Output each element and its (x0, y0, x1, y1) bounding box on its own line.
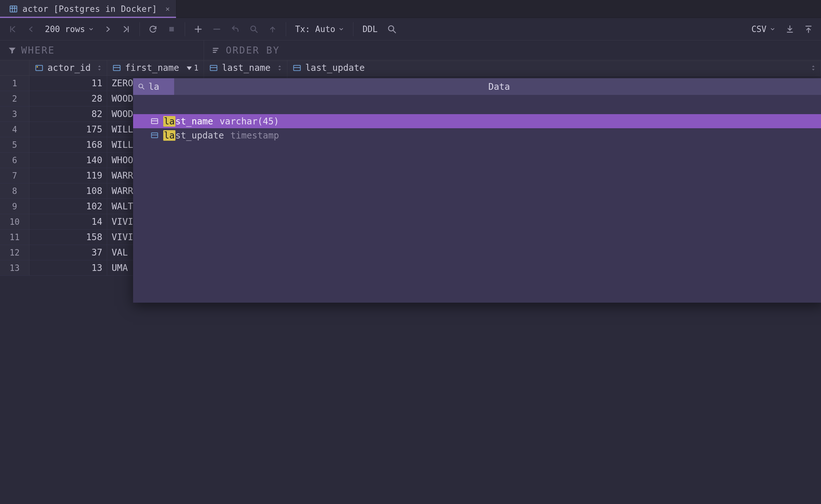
svg-rect-7 (36, 65, 43, 70)
row-number: 2 (0, 91, 30, 106)
item-type: varchar(45) (220, 116, 279, 127)
search-icon (138, 83, 145, 90)
tx-mode-dropdown[interactable]: Tx: Auto (291, 21, 349, 38)
column-label: last_name (222, 63, 271, 73)
grid-header: actor_id first_name 1 last_name last_upd… (0, 60, 821, 76)
cell-actor-id[interactable]: 168 (30, 137, 107, 152)
row-number: 7 (0, 168, 30, 183)
cell-actor-id[interactable]: 158 (30, 230, 107, 245)
column-header-last-name[interactable]: last_name (204, 60, 287, 75)
row-number: 13 (0, 260, 30, 275)
tx-label: Tx: Auto (295, 24, 335, 34)
find-button[interactable] (383, 21, 401, 38)
cell-actor-id[interactable]: 102 (30, 199, 107, 214)
item-type: timestamp (230, 130, 279, 141)
row-number: 4 (0, 122, 30, 137)
autocomplete-item[interactable]: last_updatetimestamp (133, 128, 821, 142)
filter-icon (8, 46, 17, 55)
cell-actor-id[interactable]: 11 (30, 76, 107, 91)
autocomplete-popup: Data last_namevarchar(45)last_updatetime… (133, 78, 821, 303)
first-page-button[interactable] (4, 21, 21, 38)
cell-actor-id[interactable]: 140 (30, 153, 107, 168)
tab-actor[interactable]: actor [Postgres in Docker] ✕ (0, 0, 176, 18)
filter-bar: WHERE ORDER BY (0, 40, 821, 60)
cell-actor-id[interactable]: 37 (30, 245, 107, 260)
popup-spacer (133, 95, 821, 114)
cell-actor-id[interactable]: 13 (30, 260, 107, 275)
add-row-button[interactable] (190, 21, 207, 38)
column-icon (209, 63, 218, 72)
sort-indicator[interactable] (97, 65, 102, 71)
row-number: 5 (0, 137, 30, 152)
sort-indicator[interactable] (811, 65, 816, 71)
row-number: 10 (0, 214, 30, 229)
cell-actor-id[interactable]: 119 (30, 168, 107, 183)
tab-bar: actor [Postgres in Docker] ✕ (0, 0, 821, 18)
row-number: 8 (0, 183, 30, 198)
order-label: ORDER BY (226, 45, 280, 56)
column-label: first_name (125, 63, 179, 73)
cell-actor-id[interactable]: 28 (30, 91, 107, 106)
pk-column-icon (35, 63, 44, 72)
popup-title: Data (174, 78, 821, 95)
svg-point-5 (251, 26, 256, 31)
where-clause-input[interactable]: WHERE (0, 40, 204, 60)
column-label: actor_id (47, 63, 91, 73)
row-number: 1 (0, 76, 30, 91)
sort-indicator[interactable]: 1 (186, 63, 199, 72)
cell-actor-id[interactable]: 108 (30, 183, 107, 198)
column-label: last_update (305, 63, 365, 73)
prev-page-button[interactable] (22, 21, 40, 38)
separator (185, 22, 185, 36)
sort-icon (212, 46, 221, 55)
revert-button[interactable] (227, 21, 244, 38)
preview-button[interactable] (245, 21, 263, 38)
chevron-down-icon (88, 26, 94, 32)
upload-button[interactable] (800, 21, 817, 38)
row-number: 9 (0, 199, 30, 214)
column-icon (150, 131, 159, 139)
separator (353, 22, 353, 36)
column-header-actor-id[interactable]: actor_id (30, 60, 107, 75)
popup-header: Data (133, 78, 821, 95)
svg-point-15 (139, 84, 143, 88)
column-header-first-name[interactable]: first_name 1 (107, 60, 204, 75)
where-label: WHERE (21, 45, 55, 56)
tab-title: actor [Postgres in Docker] (22, 4, 157, 14)
row-number: 11 (0, 230, 30, 245)
export-label: CSV (751, 24, 766, 34)
column-header-last-update[interactable]: last_update (287, 60, 821, 75)
row-number: 3 (0, 106, 30, 122)
cell-actor-id[interactable]: 82 (30, 106, 107, 122)
export-dropdown[interactable]: CSV (747, 21, 780, 38)
item-label: last_update (163, 130, 224, 141)
popup-search[interactable] (133, 78, 174, 95)
separator (286, 22, 286, 36)
rows-dropdown[interactable]: 200 rows (41, 24, 98, 34)
row-number: 12 (0, 245, 30, 260)
row-gutter-header (0, 60, 30, 75)
download-button[interactable] (781, 21, 799, 38)
autocomplete-item[interactable]: last_namevarchar(45) (133, 114, 821, 128)
rows-label: 200 rows (45, 24, 85, 34)
cell-actor-id[interactable]: 175 (30, 122, 107, 137)
popup-search-input[interactable] (148, 81, 171, 92)
close-icon[interactable]: ✕ (165, 5, 170, 13)
submit-button[interactable] (264, 21, 281, 38)
column-icon (292, 63, 301, 72)
column-icon (112, 63, 121, 72)
ddl-button[interactable]: DDL (358, 21, 382, 38)
last-page-button[interactable] (118, 21, 135, 38)
svg-point-8 (37, 66, 38, 68)
chevron-down-icon (770, 26, 775, 32)
cell-actor-id[interactable]: 14 (30, 214, 107, 229)
next-page-button[interactable] (99, 21, 116, 38)
refresh-button[interactable] (144, 21, 162, 38)
sort-indicator[interactable] (277, 65, 282, 71)
sort-order-number: 1 (194, 63, 199, 72)
toolbar: 200 rows Tx: Auto DDL CSV (0, 18, 821, 40)
delete-row-button[interactable] (208, 21, 225, 38)
sort-desc-icon (186, 66, 192, 70)
stop-button[interactable] (163, 21, 180, 38)
order-by-input[interactable]: ORDER BY (204, 40, 821, 60)
